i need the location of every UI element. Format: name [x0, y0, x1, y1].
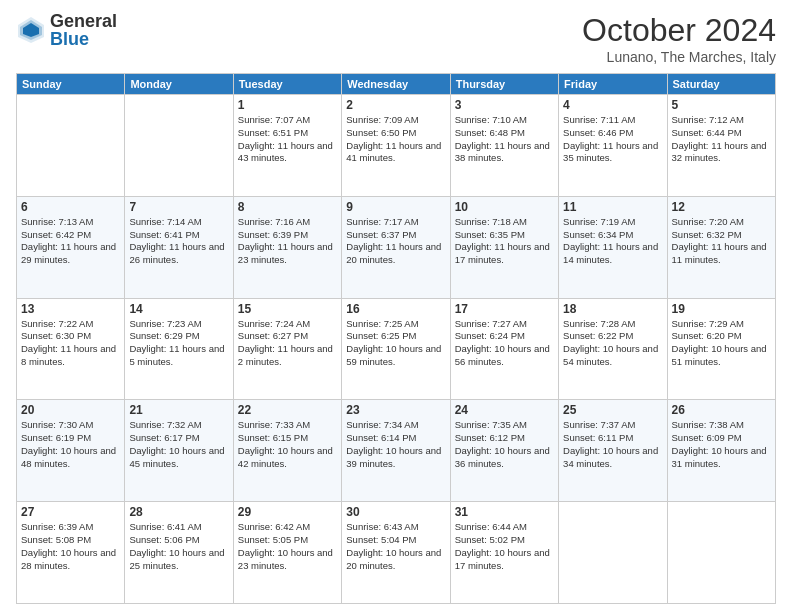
day-number: 21 — [129, 403, 228, 417]
day-info: Sunrise: 7:23 AM Sunset: 6:29 PM Dayligh… — [129, 318, 228, 369]
logo-text: General Blue — [50, 12, 117, 48]
weekday-header-sunday: Sunday — [17, 74, 125, 95]
calendar-header-row: SundayMondayTuesdayWednesdayThursdayFrid… — [17, 74, 776, 95]
day-number: 6 — [21, 200, 120, 214]
day-number: 4 — [563, 98, 662, 112]
day-info: Sunrise: 7:25 AM Sunset: 6:25 PM Dayligh… — [346, 318, 445, 369]
calendar-cell: 27Sunrise: 6:39 AM Sunset: 5:08 PM Dayli… — [17, 502, 125, 604]
day-info: Sunrise: 7:10 AM Sunset: 6:48 PM Dayligh… — [455, 114, 554, 165]
calendar-week-4: 20Sunrise: 7:30 AM Sunset: 6:19 PM Dayli… — [17, 400, 776, 502]
calendar-cell: 18Sunrise: 7:28 AM Sunset: 6:22 PM Dayli… — [559, 298, 667, 400]
weekday-header-wednesday: Wednesday — [342, 74, 450, 95]
day-number: 27 — [21, 505, 120, 519]
day-number: 29 — [238, 505, 337, 519]
day-info: Sunrise: 7:16 AM Sunset: 6:39 PM Dayligh… — [238, 216, 337, 267]
day-number: 28 — [129, 505, 228, 519]
weekday-header-thursday: Thursday — [450, 74, 558, 95]
calendar-cell: 17Sunrise: 7:27 AM Sunset: 6:24 PM Dayli… — [450, 298, 558, 400]
day-info: Sunrise: 7:35 AM Sunset: 6:12 PM Dayligh… — [455, 419, 554, 470]
day-number: 19 — [672, 302, 771, 316]
calendar-cell: 8Sunrise: 7:16 AM Sunset: 6:39 PM Daylig… — [233, 196, 341, 298]
header: General Blue October 2024 Lunano, The Ma… — [16, 12, 776, 65]
calendar-cell: 5Sunrise: 7:12 AM Sunset: 6:44 PM Daylig… — [667, 95, 775, 197]
day-number: 3 — [455, 98, 554, 112]
calendar-cell: 2Sunrise: 7:09 AM Sunset: 6:50 PM Daylig… — [342, 95, 450, 197]
calendar-week-2: 6Sunrise: 7:13 AM Sunset: 6:42 PM Daylig… — [17, 196, 776, 298]
day-number: 2 — [346, 98, 445, 112]
day-info: Sunrise: 7:29 AM Sunset: 6:20 PM Dayligh… — [672, 318, 771, 369]
day-info: Sunrise: 7:18 AM Sunset: 6:35 PM Dayligh… — [455, 216, 554, 267]
day-info: Sunrise: 6:43 AM Sunset: 5:04 PM Dayligh… — [346, 521, 445, 572]
calendar-week-3: 13Sunrise: 7:22 AM Sunset: 6:30 PM Dayli… — [17, 298, 776, 400]
day-number: 22 — [238, 403, 337, 417]
day-info: Sunrise: 7:34 AM Sunset: 6:14 PM Dayligh… — [346, 419, 445, 470]
calendar-cell — [125, 95, 233, 197]
day-number: 12 — [672, 200, 771, 214]
calendar-table: SundayMondayTuesdayWednesdayThursdayFrid… — [16, 73, 776, 604]
logo-general: General — [50, 12, 117, 30]
month-title: October 2024 — [582, 12, 776, 49]
day-info: Sunrise: 7:17 AM Sunset: 6:37 PM Dayligh… — [346, 216, 445, 267]
day-info: Sunrise: 7:27 AM Sunset: 6:24 PM Dayligh… — [455, 318, 554, 369]
day-info: Sunrise: 6:44 AM Sunset: 5:02 PM Dayligh… — [455, 521, 554, 572]
day-number: 20 — [21, 403, 120, 417]
day-info: Sunrise: 7:20 AM Sunset: 6:32 PM Dayligh… — [672, 216, 771, 267]
day-number: 7 — [129, 200, 228, 214]
day-info: Sunrise: 6:39 AM Sunset: 5:08 PM Dayligh… — [21, 521, 120, 572]
calendar-week-1: 1Sunrise: 7:07 AM Sunset: 6:51 PM Daylig… — [17, 95, 776, 197]
day-number: 9 — [346, 200, 445, 214]
day-info: Sunrise: 7:33 AM Sunset: 6:15 PM Dayligh… — [238, 419, 337, 470]
logo: General Blue — [16, 12, 117, 48]
day-info: Sunrise: 7:13 AM Sunset: 6:42 PM Dayligh… — [21, 216, 120, 267]
day-number: 26 — [672, 403, 771, 417]
weekday-header-tuesday: Tuesday — [233, 74, 341, 95]
day-number: 16 — [346, 302, 445, 316]
day-number: 31 — [455, 505, 554, 519]
title-block: October 2024 Lunano, The Marches, Italy — [582, 12, 776, 65]
day-info: Sunrise: 7:07 AM Sunset: 6:51 PM Dayligh… — [238, 114, 337, 165]
calendar-cell: 19Sunrise: 7:29 AM Sunset: 6:20 PM Dayli… — [667, 298, 775, 400]
day-number: 24 — [455, 403, 554, 417]
day-number: 15 — [238, 302, 337, 316]
day-number: 5 — [672, 98, 771, 112]
day-number: 25 — [563, 403, 662, 417]
calendar-cell: 9Sunrise: 7:17 AM Sunset: 6:37 PM Daylig… — [342, 196, 450, 298]
calendar-cell: 30Sunrise: 6:43 AM Sunset: 5:04 PM Dayli… — [342, 502, 450, 604]
calendar-cell: 24Sunrise: 7:35 AM Sunset: 6:12 PM Dayli… — [450, 400, 558, 502]
calendar-cell: 26Sunrise: 7:38 AM Sunset: 6:09 PM Dayli… — [667, 400, 775, 502]
calendar-cell: 15Sunrise: 7:24 AM Sunset: 6:27 PM Dayli… — [233, 298, 341, 400]
day-info: Sunrise: 7:19 AM Sunset: 6:34 PM Dayligh… — [563, 216, 662, 267]
day-info: Sunrise: 7:32 AM Sunset: 6:17 PM Dayligh… — [129, 419, 228, 470]
day-number: 30 — [346, 505, 445, 519]
day-number: 18 — [563, 302, 662, 316]
calendar-cell: 10Sunrise: 7:18 AM Sunset: 6:35 PM Dayli… — [450, 196, 558, 298]
calendar-cell: 22Sunrise: 7:33 AM Sunset: 6:15 PM Dayli… — [233, 400, 341, 502]
calendar-week-5: 27Sunrise: 6:39 AM Sunset: 5:08 PM Dayli… — [17, 502, 776, 604]
location: Lunano, The Marches, Italy — [582, 49, 776, 65]
calendar-cell: 28Sunrise: 6:41 AM Sunset: 5:06 PM Dayli… — [125, 502, 233, 604]
calendar-cell — [17, 95, 125, 197]
weekday-header-friday: Friday — [559, 74, 667, 95]
day-number: 8 — [238, 200, 337, 214]
day-info: Sunrise: 7:30 AM Sunset: 6:19 PM Dayligh… — [21, 419, 120, 470]
calendar-cell: 13Sunrise: 7:22 AM Sunset: 6:30 PM Dayli… — [17, 298, 125, 400]
day-number: 1 — [238, 98, 337, 112]
calendar-cell: 29Sunrise: 6:42 AM Sunset: 5:05 PM Dayli… — [233, 502, 341, 604]
calendar-cell — [667, 502, 775, 604]
calendar-cell: 20Sunrise: 7:30 AM Sunset: 6:19 PM Dayli… — [17, 400, 125, 502]
calendar-cell: 11Sunrise: 7:19 AM Sunset: 6:34 PM Dayli… — [559, 196, 667, 298]
day-info: Sunrise: 7:22 AM Sunset: 6:30 PM Dayligh… — [21, 318, 120, 369]
calendar-cell: 21Sunrise: 7:32 AM Sunset: 6:17 PM Dayli… — [125, 400, 233, 502]
day-info: Sunrise: 7:24 AM Sunset: 6:27 PM Dayligh… — [238, 318, 337, 369]
day-info: Sunrise: 6:41 AM Sunset: 5:06 PM Dayligh… — [129, 521, 228, 572]
day-info: Sunrise: 7:37 AM Sunset: 6:11 PM Dayligh… — [563, 419, 662, 470]
calendar-cell: 6Sunrise: 7:13 AM Sunset: 6:42 PM Daylig… — [17, 196, 125, 298]
logo-icon — [16, 15, 46, 45]
day-number: 11 — [563, 200, 662, 214]
day-info: Sunrise: 7:11 AM Sunset: 6:46 PM Dayligh… — [563, 114, 662, 165]
calendar-cell: 12Sunrise: 7:20 AM Sunset: 6:32 PM Dayli… — [667, 196, 775, 298]
calendar-cell: 7Sunrise: 7:14 AM Sunset: 6:41 PM Daylig… — [125, 196, 233, 298]
calendar-cell: 25Sunrise: 7:37 AM Sunset: 6:11 PM Dayli… — [559, 400, 667, 502]
calendar-cell: 14Sunrise: 7:23 AM Sunset: 6:29 PM Dayli… — [125, 298, 233, 400]
calendar-cell: 3Sunrise: 7:10 AM Sunset: 6:48 PM Daylig… — [450, 95, 558, 197]
